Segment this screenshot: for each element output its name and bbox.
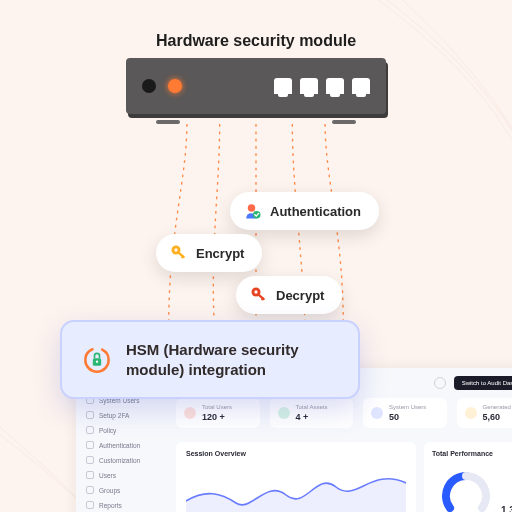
ethernet-port-icon	[352, 78, 370, 94]
pill-decrypt: Decrypt	[236, 276, 342, 314]
session-overview-chart[interactable]: Session Overview	[176, 442, 416, 512]
stat-value: 4 +	[296, 412, 328, 422]
sidebar-item-label: Policy	[99, 427, 116, 434]
ethernet-port-icon	[300, 78, 318, 94]
line-chart-icon	[186, 461, 406, 512]
device-lights	[142, 79, 182, 93]
svg-point-13	[96, 360, 98, 362]
device-body	[126, 58, 386, 114]
sidebar-item-authentication[interactable]: Authentication	[86, 441, 166, 449]
device-feet	[126, 120, 386, 124]
stat-value: 5,60	[483, 412, 511, 422]
report-icon	[86, 501, 94, 509]
user-icon	[86, 471, 94, 479]
svg-point-4	[174, 248, 177, 251]
lock-icon	[86, 441, 94, 449]
stat-icon	[465, 407, 477, 419]
sidebar-item-label: Users	[99, 472, 116, 479]
sidebar-item-policy[interactable]: Policy	[86, 426, 166, 434]
performance-value: 1,375	[501, 505, 512, 512]
gauge-icon	[442, 468, 490, 512]
user-auth-icon	[244, 202, 262, 220]
dashboard-sidebar: System Users Setup 2FA Policy Authentica…	[86, 396, 166, 509]
svg-point-1	[248, 204, 256, 212]
pill-authentication: Authentication	[230, 192, 379, 230]
sidebar-item-label: Authentication	[99, 442, 140, 449]
stat-label: Generated	[483, 404, 511, 410]
switch-dashboard-button[interactable]: Switch to Audit Dashboard	[454, 376, 512, 390]
key-icon	[250, 286, 268, 304]
search-icon[interactable]	[434, 377, 446, 389]
stat-icon	[371, 407, 383, 419]
sliders-icon	[86, 456, 94, 464]
group-icon	[86, 486, 94, 494]
stat-label: Total Assets	[296, 404, 328, 410]
diagram-title: Hardware security module	[0, 32, 512, 50]
device-foot-icon	[332, 120, 356, 124]
sidebar-item-label: Setup 2FA	[99, 412, 129, 419]
sidebar-item-customization[interactable]: Customization	[86, 456, 166, 464]
stat-system-users[interactable]: System Users 50	[363, 398, 447, 428]
hsm-integration-card[interactable]: HSM (Hardware security module) integrati…	[60, 320, 360, 399]
stat-label: System Users	[389, 404, 426, 410]
pill-label: Encrypt	[196, 246, 244, 261]
stat-icon	[278, 407, 290, 419]
svg-point-8	[254, 290, 257, 293]
pill-encrypt: Encrypt	[156, 234, 262, 272]
ethernet-port-icon	[274, 78, 292, 94]
card-title: Total Performance	[432, 450, 512, 457]
stat-label: Total Users	[202, 404, 232, 410]
sidebar-item-label: Groups	[99, 487, 120, 494]
sidebar-item-users[interactable]: Users	[86, 471, 166, 479]
stat-value: 50	[389, 412, 426, 422]
stat-generated[interactable]: Generated 5,60	[457, 398, 513, 428]
key-icon	[170, 244, 188, 262]
device-foot-icon	[156, 120, 180, 124]
stat-total-users[interactable]: Total Users 120 +	[176, 398, 260, 428]
stats-row: Total Users 120 + Total Assets 4 + Syste…	[176, 398, 512, 428]
chart-title: Session Overview	[186, 450, 406, 457]
hsm-lock-icon	[82, 345, 112, 375]
led-power-icon	[142, 79, 156, 93]
ethernet-port-icon	[326, 78, 344, 94]
dashboard-topbar: Switch to Audit Dashboard	[434, 376, 512, 390]
pill-label: Authentication	[270, 204, 361, 219]
sidebar-item-label: Reports	[99, 502, 122, 509]
shield-icon	[86, 411, 94, 419]
device-ports	[274, 78, 370, 94]
stat-total-assets[interactable]: Total Assets 4 +	[270, 398, 354, 428]
sidebar-item-groups[interactable]: Groups	[86, 486, 166, 494]
policy-icon	[86, 426, 94, 434]
sidebar-item-reports[interactable]: Reports	[86, 501, 166, 509]
led-status-icon	[168, 79, 182, 93]
total-performance-card[interactable]: Total Performance 1,375	[424, 442, 512, 512]
sidebar-item-label: Customization	[99, 457, 140, 464]
hsm-card-text: HSM (Hardware security module) integrati…	[126, 340, 338, 379]
hsm-device	[126, 58, 386, 124]
stat-value: 120 +	[202, 412, 232, 422]
sidebar-item-setup-2fa[interactable]: Setup 2FA	[86, 411, 166, 419]
pill-label: Decrypt	[276, 288, 324, 303]
stat-icon	[184, 407, 196, 419]
